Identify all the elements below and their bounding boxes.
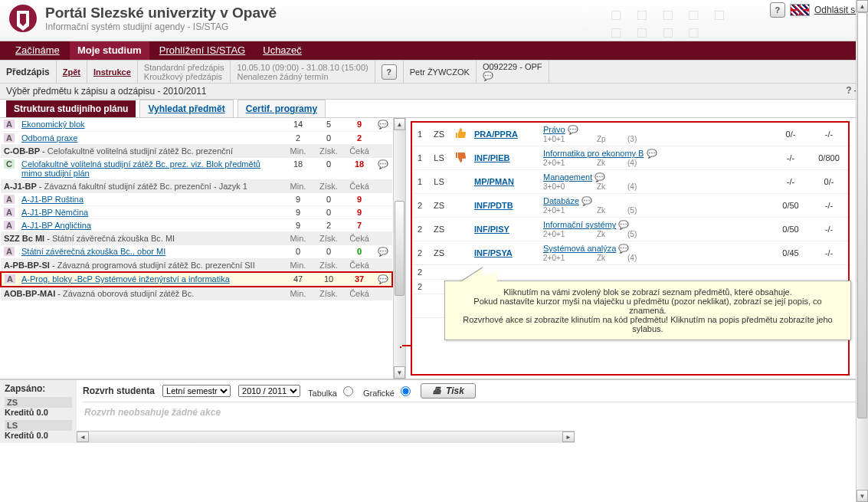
subjects-pane: 1 ZS PRA/PPRA Právo 💬 1+0+1Zp(3) 0/--/-1… xyxy=(406,118,868,379)
year-select[interactable]: 2010 / 2011 xyxy=(238,385,300,397)
subject-code-link[interactable]: PRA/PPRA xyxy=(474,130,518,139)
plan-row[interactable]: A Ekonomický blok 145 9 💬 xyxy=(1,118,392,132)
subject-code-link[interactable]: MP/PMAN xyxy=(474,177,514,186)
subject-title-link[interactable]: Management xyxy=(543,172,592,182)
sub-toolbar: Předzápis Zpět Instrukce Standardní před… xyxy=(0,60,868,84)
view-table-label[interactable]: Tabulka xyxy=(308,384,355,398)
tab-certif[interactable]: Certif. programy xyxy=(237,100,326,117)
left-scrollbar[interactable]: ▲ ▼ xyxy=(393,118,405,379)
thumb-down-icon xyxy=(454,151,467,163)
callout-line1: Kliknutím na vámi zvolený blok se zobraz… xyxy=(456,287,840,297)
scroll-thumb[interactable] xyxy=(857,12,867,418)
note-icon[interactable]: 💬 xyxy=(378,120,388,129)
footer-h-scrollbar[interactable]: ◄ ► xyxy=(77,431,575,443)
plan-group-header: SZZ Bc MI - Státní závěrečná zkouška Bc.… xyxy=(1,232,392,245)
scroll-thumb[interactable] xyxy=(395,201,405,295)
nav-moje-studium[interactable]: Moje studium xyxy=(70,41,149,60)
plan-row[interactable]: A A-J1-BP Němčina 90 9 xyxy=(1,206,392,219)
zpet-link[interactable]: Zpět xyxy=(63,67,80,77)
plan-block-link[interactable]: Ekonomický blok xyxy=(21,120,85,129)
note-icon: 💬 xyxy=(618,244,629,253)
study-plan-pane: A Ekonomický blok 145 9 💬A Odborná praxe… xyxy=(0,118,406,379)
plan-row[interactable]: A A-Prog. bloky -BcP Systémové inženýrst… xyxy=(1,272,392,287)
view-graphic-radio[interactable] xyxy=(401,386,411,396)
tab-struktura[interactable]: Struktura studijního plánu xyxy=(6,100,136,117)
nav-zaciname[interactable]: Začínáme xyxy=(8,41,67,60)
plan-block-link[interactable]: Státní závěrečná zkouška Bc., obor MI xyxy=(21,247,165,256)
nav-prohlizeni[interactable]: Prohlížení IS/STAG xyxy=(152,41,253,60)
subject-row[interactable]: 1 LS INF/PIEB Informatika pro ekonomy B … xyxy=(412,146,848,170)
user-ident: O092229 - OPF xyxy=(483,62,542,71)
zs-credits: Kreditů 0.0 xyxy=(5,408,72,417)
plan-block-link[interactable]: Odborná praxe xyxy=(21,133,77,143)
scroll-right-icon[interactable]: ► xyxy=(562,431,575,442)
subject-code-link[interactable]: INF/PSYA xyxy=(474,248,513,258)
header-help-icon[interactable]: ? xyxy=(770,2,785,18)
note-icon: 💬 xyxy=(594,172,605,182)
note-icon[interactable]: 💬 xyxy=(378,159,388,169)
predzapis-date-range: 10.05.10 (09:00) - 31.08.10 (15:00) xyxy=(237,63,368,72)
decoration-squares: □ □ □ □ □□ □ □ □ xyxy=(611,6,730,41)
subbar-help-icon[interactable]: ? xyxy=(382,64,397,80)
subject-code-link[interactable]: INF/PDTB xyxy=(474,201,513,210)
portal-title: Portál Slezské univerzity v Opavě xyxy=(45,5,277,21)
subject-code-link[interactable]: INF/PISY xyxy=(474,225,509,234)
language-flag-en-icon[interactable] xyxy=(790,4,810,16)
plan-group-header: A-PB-BP-SI - Závazná programová studijní… xyxy=(1,259,392,273)
plan-block-link[interactable]: Celofakultně volitelná studijní zátěž Bc… xyxy=(21,159,260,178)
scroll-up-icon[interactable]: ▲ xyxy=(394,118,405,130)
plan-block-link[interactable]: A-J1-BP Němčina xyxy=(21,208,88,217)
subject-row[interactable]: 2 ZS INF/PSYA Systémová analýza 💬 2+0+1Z… xyxy=(412,241,848,265)
subject-code-link[interactable]: INF/PIEB xyxy=(474,153,509,162)
subject-row[interactable]: 1 ZS PRA/PPRA Právo 💬 1+0+1Zp(3) 0/--/- xyxy=(412,123,848,146)
plan-row[interactable]: A Odborná praxe 20 2 xyxy=(1,132,392,145)
pagebar-help-icon[interactable]: ? xyxy=(846,85,851,96)
subject-title-link[interactable]: Databáze xyxy=(543,196,579,205)
note-icon[interactable]: 💬 xyxy=(378,274,388,284)
note-icon[interactable]: 💬 xyxy=(378,247,388,256)
scroll-down-icon[interactable]: ▼ xyxy=(394,366,405,379)
instrukce-link[interactable]: Instrukce xyxy=(93,67,131,77)
plan-block-link[interactable]: A-J1-BP Angličtina xyxy=(21,221,91,230)
connector-line xyxy=(402,345,411,346)
printer-icon: 🖶 xyxy=(432,386,441,396)
tab-vyhledat[interactable]: Vyhledat předmět xyxy=(139,100,233,117)
semester-select[interactable]: Letní semestr xyxy=(162,385,231,397)
subject-row[interactable]: 1 LS MP/PMAN Management 💬 3+0+0Zk(4) -/-… xyxy=(412,170,848,194)
ls-label: LS xyxy=(5,420,72,431)
schedule-panel: Rozvrh studenta Letní semestr 2010 / 201… xyxy=(77,380,868,443)
content-tabs: Struktura studijního plánu Vyhledat před… xyxy=(0,100,868,118)
ls-credits: Kreditů 0.0 xyxy=(5,431,72,440)
subject-row[interactable]: 2 ZS INF/PISY Informační systémy 💬 2+0+1… xyxy=(412,218,848,241)
plan-row[interactable]: C Celofakultně volitelná studijní zátěž … xyxy=(1,158,392,180)
subject-row[interactable]: 2 ZS INF/PDTB Databáze 💬 2+0+1Zk(5) 0/50… xyxy=(412,194,848,218)
scroll-up-icon[interactable]: ▲ xyxy=(857,0,868,12)
view-table-radio[interactable] xyxy=(343,386,353,396)
predzapis-label: Předzápis xyxy=(6,67,50,77)
zs-label: ZS xyxy=(5,397,72,408)
plan-row[interactable]: A A-J1-BP Ruština 90 9 xyxy=(1,193,392,206)
view-graphic-label[interactable]: Grafické xyxy=(363,384,413,398)
speech-icon: 💬 xyxy=(483,71,542,81)
rozvrh-title: Rozvrh studenta xyxy=(83,386,155,396)
std-predzapis-label: Standardní předzápis xyxy=(144,63,224,72)
print-button[interactable]: 🖶 Tisk xyxy=(421,383,476,399)
window-scrollbar[interactable]: ▲ ▼ xyxy=(856,0,868,443)
user-name: Petr ŽYWCZOK xyxy=(410,67,470,77)
help-callout: Kliknutím na vámi zvolený blok se zobraz… xyxy=(444,281,851,340)
nav-uchazec[interactable]: Uchazeč xyxy=(255,41,310,60)
app-header: Portál Slezské univerzity v Opavě Inform… xyxy=(0,0,868,41)
plan-row[interactable]: A Státní závěrečná zkouška Bc., obor MI … xyxy=(1,245,392,259)
portal-subtitle: Informační systém studijní agendy - IS/S… xyxy=(45,21,277,32)
subject-title-link[interactable]: Systémová analýza xyxy=(543,244,616,253)
scroll-left-icon[interactable]: ◄ xyxy=(77,431,89,442)
subject-title-link[interactable]: Informační systémy xyxy=(543,220,616,229)
content-area: A Ekonomický blok 145 9 💬A Odborná praxe… xyxy=(0,118,868,379)
plan-row[interactable]: A A-J1-BP Angličtina 92 7 xyxy=(1,219,392,232)
logout-link[interactable]: Odhlásit se xyxy=(814,5,860,15)
subject-title-link[interactable]: Právo xyxy=(543,125,565,134)
plan-block-link[interactable]: A-Prog. bloky -BcP Systémové inženýrství… xyxy=(21,274,230,284)
plan-block-link[interactable]: A-J1-BP Ruština xyxy=(21,195,84,204)
note-icon: 💬 xyxy=(618,220,629,229)
subject-title-link[interactable]: Informatika pro ekonomy B xyxy=(543,149,644,158)
